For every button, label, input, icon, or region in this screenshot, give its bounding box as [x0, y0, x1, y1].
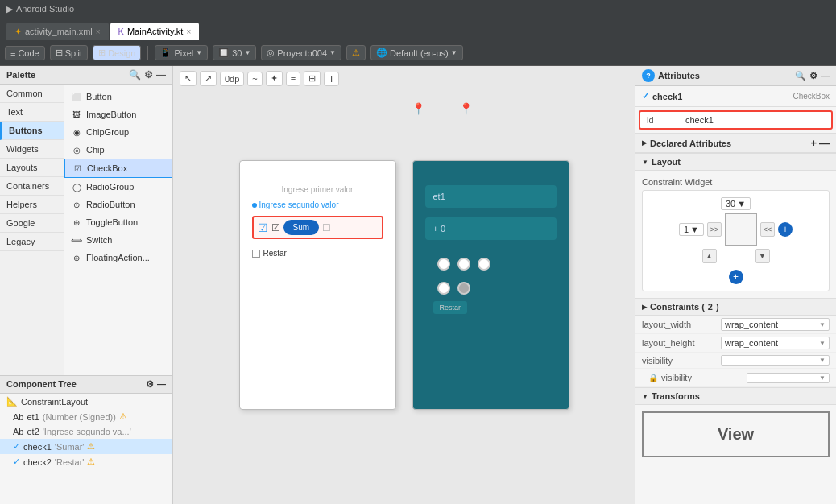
attr-layout-width-value[interactable]: wrap_content ▼ — [721, 318, 830, 331]
palette-item-fab[interactable]: ⊕ FloatingAction... — [64, 249, 172, 266]
constraint-arrow-left[interactable]: << — [760, 222, 775, 237]
constraint-diagram: 30 ▼ 1 ▼ >> << + ▲ — [642, 190, 830, 291]
help-icon[interactable]: ? — [642, 69, 655, 82]
tab-xml-close[interactable]: × — [96, 27, 101, 36]
ct-item-et2[interactable]: Ab et2 'Ingrese segundo va...' — [0, 424, 172, 439]
attr-header-right: 🔍 ⚙ — — [795, 71, 830, 81]
ct-item-et1[interactable]: Ab et1 (Number (Signed)) ⚠ — [0, 409, 172, 424]
cat-google[interactable]: Google — [0, 214, 64, 233]
phone-dark-diagram: Restar — [425, 250, 557, 314]
canvas-tool-grid[interactable]: ⊞ — [304, 71, 321, 86]
tab-kt-close[interactable]: × — [186, 27, 191, 36]
radiobutton-icon: ⊙ — [71, 199, 82, 210]
attr-id-row[interactable]: id check1 — [639, 110, 833, 130]
canvas-tool-magic[interactable]: ✦ — [266, 71, 283, 86]
cat-common[interactable]: Common — [0, 85, 64, 103]
palette-item-radiogroup[interactable]: ◯ RadioGroup — [64, 178, 172, 196]
palette-item-chipgroup[interactable]: ◉ ChipGroup — [64, 123, 172, 141]
palette-header-left: Palette — [6, 70, 35, 80]
attr-visibility2-value[interactable]: ▼ — [747, 373, 830, 383]
phone-sum-btn[interactable]: Sum — [283, 220, 320, 235]
ct-minimize-btn[interactable]: — — [157, 379, 166, 390]
ct-et2-label: et2 — [27, 427, 39, 436]
ct-check1-label: check1 — [23, 442, 52, 452]
dark-circle4 — [437, 282, 450, 295]
phone-dark-frame[interactable]: et1 + 0 Restar — [412, 160, 569, 410]
canvas-tool-select[interactable]: ↗ — [200, 71, 217, 86]
palette-item-togglebutton[interactable]: ⊕ ToggleButton — [64, 213, 172, 231]
canvas-tool-arrow[interactable]: ↖ — [180, 71, 197, 86]
project-selector[interactable]: ◎ Proyecto004 ▼ — [261, 45, 341, 60]
locale-selector[interactable]: 🌐 Default (en-us) ▼ — [370, 45, 463, 60]
zoom-selector[interactable]: 🔲 30 ▼ — [213, 45, 256, 60]
attr-section-declared[interactable]: ▶ Declared Attributes + — — [635, 133, 836, 153]
constraint-plus-right[interactable]: + — [778, 222, 793, 237]
tab-kt-label: MainActivity.kt — [127, 27, 183, 36]
attr-minimize-btn[interactable]: — — [821, 71, 830, 81]
design-btn[interactable]: ⊞ Design — [93, 45, 141, 60]
attr-section-constraints[interactable]: ▶ Constraints (2) — [635, 298, 836, 316]
palette-item-imagebutton[interactable]: 🖼 ImageButton — [64, 105, 172, 123]
palette-title: Palette — [6, 70, 35, 80]
constraint-arrow-up[interactable]: ▲ — [702, 249, 717, 263]
cat-widgets[interactable]: Widgets — [0, 140, 64, 159]
tab-mainactivity-kt[interactable]: K MainActivity.kt × — [110, 23, 200, 40]
remove-attr-btn[interactable]: — — [819, 137, 830, 149]
attr-search-btn[interactable]: 🔍 — [795, 71, 806, 81]
ct-check2-icon: ✓ — [13, 456, 20, 467]
warning-btn[interactable]: ⚠ — [346, 45, 366, 60]
switch-icon: ⟺ — [71, 234, 82, 246]
ct-check2-hint: 'Restar' — [55, 457, 85, 467]
split-btn[interactable]: ⊟ Split — [50, 45, 88, 60]
attr-layout-height-value[interactable]: wrap_content ▼ — [721, 337, 830, 349]
cat-buttons[interactable]: Buttons — [0, 122, 64, 140]
constraint-arrow-right[interactable]: >> — [707, 222, 722, 237]
attr-row-visibility2: 🔒 visibility ▼ — [635, 369, 836, 387]
palette-item-button[interactable]: ⬜ Button — [64, 88, 172, 105]
constraint-left-dropdown[interactable]: ▼ — [690, 225, 699, 234]
palette-item-checkbox[interactable]: ☑ CheckBox — [64, 159, 172, 178]
add-attr-btn[interactable]: + — [810, 137, 817, 149]
constraint-top-dropdown[interactable]: ▼ — [737, 199, 746, 209]
code-btn[interactable]: ≡ Code — [5, 46, 45, 60]
tab-activity-main-xml[interactable]: ✦ activity_main.xml × — [6, 23, 109, 40]
ct-item-check2[interactable]: ✓ check2 'Restar' ⚠ — [0, 454, 172, 469]
constraint-left-num-box[interactable]: 1 ▼ — [679, 223, 704, 236]
canvas-tool-layout[interactable]: ≡ — [286, 72, 300, 86]
cat-text[interactable]: Text — [0, 103, 64, 122]
ct-item-check1[interactable]: ✓ check1 'Sumar' ⚠ — [0, 439, 172, 454]
canvas-tool-wave[interactable]: ~ — [247, 72, 262, 86]
constraint-bottom-row: ▲ ▼ — [702, 249, 770, 263]
palette-header-right: 🔍 ⚙ — — [129, 69, 166, 81]
palette-minimize-btn[interactable]: — — [156, 69, 166, 81]
attr-gear-btn[interactable]: ⚙ — [809, 71, 817, 81]
constraint-top-row: 30 ▼ — [721, 197, 751, 210]
constraint-arrow-down[interactable]: ▼ — [755, 249, 770, 263]
constraint-plus-bottom[interactable]: + — [729, 270, 743, 284]
attr-visibility-value[interactable]: ▼ — [721, 355, 830, 366]
pixel-selector[interactable]: 📱 Pixel ▼ — [155, 45, 208, 60]
cat-layouts[interactable]: Layouts — [0, 159, 64, 177]
palette-search-btn[interactable]: 🔍 — [129, 69, 141, 81]
ct-et2-hint: 'Ingrese segundo va...' — [43, 427, 131, 436]
canvas-zoom-input[interactable]: 0dp — [220, 72, 244, 86]
cat-helpers[interactable]: Helpers — [0, 196, 64, 214]
palette-categories: Common Text Buttons Widgets Layouts Cont… — [0, 85, 64, 375]
palette-item-radiobutton[interactable]: ⊙ RadioButton — [64, 196, 172, 213]
transforms-label: Transforms — [652, 391, 700, 401]
attr-layout-height-label: layout_height — [642, 338, 714, 348]
attr-header-left: ? Attributes — [642, 69, 700, 82]
ct-gear-btn[interactable]: ⚙ — [146, 379, 154, 390]
cat-containers[interactable]: Containers — [0, 177, 64, 196]
canvas-tool-text[interactable]: T — [324, 72, 339, 86]
palette-gear-btn[interactable]: ⚙ — [144, 69, 153, 81]
cat-legacy[interactable]: Legacy — [0, 233, 64, 251]
palette-item-chip[interactable]: ◎ Chip — [64, 141, 172, 159]
phone-light-frame[interactable]: Ingrese primer valor Ingrese segundo val… — [239, 160, 396, 410]
ct-item-constraintlayout[interactable]: 📐 ConstraintLayout — [0, 394, 172, 409]
attr-section-transforms[interactable]: ▼ Transforms — [635, 387, 836, 405]
phone-dark-content: et1 + 0 Restar — [413, 161, 569, 322]
attr-section-layout[interactable]: ▼ Layout — [635, 153, 836, 171]
palette-item-switch[interactable]: ⟺ Switch — [64, 231, 172, 249]
constraint-top-num-box[interactable]: 30 ▼ — [721, 197, 751, 210]
